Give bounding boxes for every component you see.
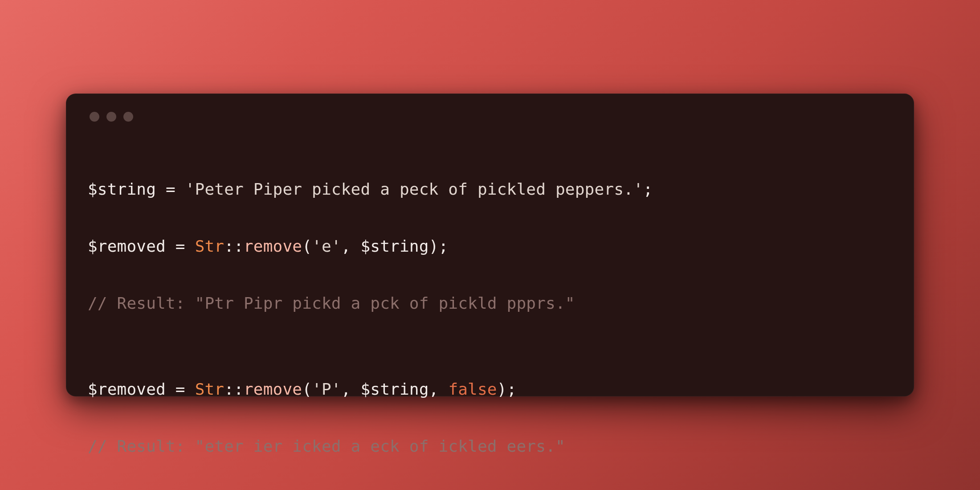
token-variable: $removed [88, 380, 166, 398]
traffic-light-zoom[interactable] [123, 112, 133, 122]
token-comma: , [341, 380, 361, 398]
token-operator: = [166, 380, 195, 398]
code-line-3: // Result: "Ptr Pipr pickd a pck of pick… [88, 289, 892, 318]
token-class: Str [195, 237, 225, 255]
token-scope: :: [224, 380, 244, 398]
token-paren-close: ) [497, 380, 507, 398]
token-semicolon: ; [507, 380, 517, 398]
traffic-light-minimize[interactable] [106, 112, 116, 122]
window-titlebar [88, 112, 892, 122]
token-paren-close: ) [429, 237, 439, 255]
token-class: Str [195, 380, 225, 398]
code-window: $string = 'Peter Piper picked a peck of … [66, 94, 914, 396]
code-line-6: // Result: "eter ier icked a eck of ickl… [88, 432, 892, 461]
code-line-1: $string = 'Peter Piper picked a peck of … [88, 175, 892, 204]
token-comment: // Result: "eter ier icked a eck of ickl… [88, 437, 565, 455]
token-method: remove [244, 380, 302, 398]
token-string: 'P' [312, 380, 341, 398]
token-variable: $removed [88, 237, 166, 255]
token-semicolon: ; [439, 237, 449, 255]
token-variable: $string [88, 180, 156, 198]
token-scope: :: [224, 237, 244, 255]
token-variable: $string [361, 380, 429, 398]
traffic-light-close[interactable] [90, 112, 99, 122]
token-variable: $string [361, 237, 429, 255]
token-paren-open: ( [302, 380, 312, 398]
token-comma: , [341, 237, 361, 255]
token-string: 'e' [312, 237, 341, 255]
code-line-2: $removed = Str::remove('e', $string); [88, 232, 892, 261]
code-block: $string = 'Peter Piper picked a peck of … [88, 147, 892, 490]
token-comma: , [429, 380, 449, 398]
token-operator: = [166, 237, 195, 255]
token-semicolon: ; [643, 180, 653, 198]
code-line-5: $removed = Str::remove('P', $string, fal… [88, 375, 892, 404]
token-comment: // Result: "Ptr Pipr pickd a pck of pick… [88, 294, 575, 312]
token-string: 'Peter Piper picked a peck of pickled pe… [185, 180, 643, 198]
token-paren-open: ( [302, 237, 312, 255]
token-boolean: false [448, 380, 497, 398]
token-method: remove [244, 237, 302, 255]
token-operator: = [156, 180, 185, 198]
